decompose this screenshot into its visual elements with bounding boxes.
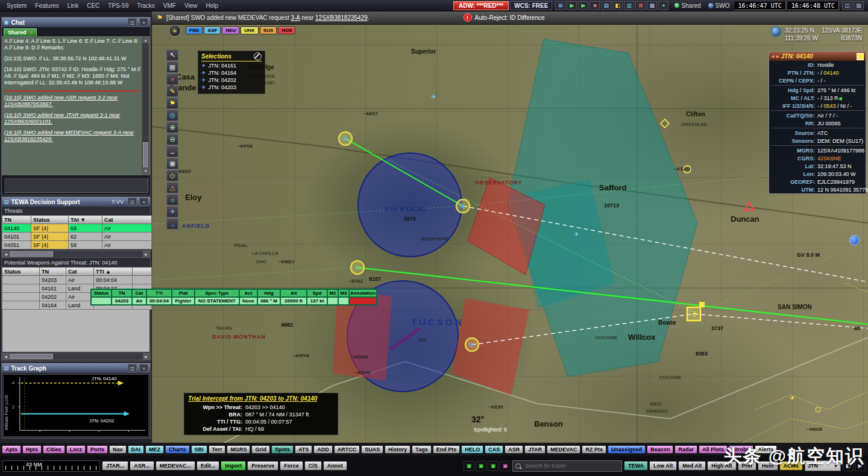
altitude-graph-plot[interactable]: 4 2 JTN: 04140 JTN: 04202 Altitude Feet …	[3, 374, 149, 437]
track-dot[interactable]	[816, 407, 820, 412]
menubar-status-icon[interactable]: ▦	[647, 1, 657, 10]
layer-toggle-button[interactable]: DAI	[128, 445, 145, 454]
chat-scrollbar[interactable]: ▲ ▼	[142, 37, 149, 175]
display-icon-button[interactable]: ▣	[476, 461, 486, 471]
layer-toggle-button[interactable]: RZ Pts	[582, 445, 606, 454]
cell-cat[interactable]: Air	[66, 293, 94, 301]
popup-data-row[interactable]: 04203 Air 00:04:04 Fighter NO STATEMENT …	[91, 297, 377, 305]
menubar-status-icon[interactable]: ▥	[624, 1, 634, 10]
column-header[interactable]: TN	[40, 268, 66, 276]
scroll-left-icon[interactable]: ◀	[2, 353, 9, 360]
layer-toggle-button[interactable]: SBI	[191, 445, 207, 454]
unknown-track-diamond[interactable]	[661, 119, 669, 128]
action-button[interactable]: ASR...	[130, 461, 154, 471]
cell-cat[interactable]: Land	[66, 284, 94, 293]
display-icon-button[interactable]: ▣	[500, 461, 511, 471]
layer-toggle-button[interactable]: ASR	[505, 445, 523, 454]
action-button[interactable]: Edit...	[197, 461, 220, 471]
classify-button[interactable]: UNK	[241, 27, 258, 34]
cell-status[interactable]	[2, 284, 40, 293]
layer-toggle-button[interactable]: Unassigned	[608, 445, 646, 454]
scroll-right-icon[interactable]: ▶	[143, 353, 149, 360]
track-symbol-04203[interactable]: ✈	[351, 261, 364, 274]
cell-cat[interactable]: Air	[102, 233, 152, 241]
layer-toggle-button[interactable]: JTAR	[524, 445, 546, 454]
filter-toggle-button[interactable]: TEWA	[624, 461, 648, 471]
cell-status[interactable]	[2, 301, 40, 310]
cell-tn[interactable]: 04101	[2, 233, 31, 241]
scroll-thumb[interactable]	[143, 142, 148, 168]
layer-toggle-button[interactable]: MEDEVAC	[547, 445, 580, 454]
menu-item[interactable]: TPS-59	[104, 2, 133, 10]
classify-button[interactable]: FND	[186, 27, 203, 34]
layer-toggle-button[interactable]: MGRS	[227, 445, 250, 454]
range-scale-ruler[interactable]: 43 NM	[2, 460, 100, 472]
pin-icon[interactable]: ◫	[128, 18, 137, 27]
unknown-track-circle[interactable]	[684, 166, 691, 173]
cell-cat[interactable]: Air	[66, 276, 94, 284]
map-tool-button[interactable]: ▦	[166, 61, 178, 73]
close-icon[interactable]: ×	[139, 198, 148, 206]
action-button[interactable]: Annot	[323, 461, 347, 471]
action-button[interactable]: JTAR...	[102, 461, 128, 471]
display-icon-button[interactable]: ▣	[464, 461, 474, 471]
cell-tn[interactable]: 04203	[40, 276, 66, 284]
map-tool-button[interactable]: ×	[166, 74, 178, 85]
cell-tti[interactable]: 00:04:04	[94, 276, 133, 284]
layer-toggle-button[interactable]: Terr	[209, 445, 226, 454]
mgrs-link[interactable]: 12SXB3818235429	[315, 14, 368, 21]
swo-role-chip[interactable]: SWO	[705, 2, 733, 9]
column-header[interactable]: Status	[2, 268, 40, 276]
scroll-thumb[interactable]	[10, 354, 53, 359]
map-globe-button[interactable]	[849, 235, 860, 245]
cell-status[interactable]: SF (4)	[31, 224, 69, 233]
cell-tai[interactable]: 62	[69, 233, 102, 241]
menubar-status-icon[interactable]: ■	[590, 1, 600, 10]
chat-tab-shared[interactable]: Shared ×	[4, 28, 37, 36]
layer-toggle-button[interactable]: Cities	[43, 445, 65, 454]
cell-status[interactable]	[2, 276, 40, 284]
close-icon[interactable]: ×	[139, 364, 148, 372]
menubar-tail-icon[interactable]: ▤	[854, 1, 864, 10]
action-button[interactable]: MEDEVAC...	[156, 461, 195, 471]
layer-toggle-button[interactable]: Beacon	[647, 445, 674, 454]
layer-toggle-button[interactable]: ARTCC	[334, 445, 360, 454]
layer-toggle-button[interactable]: SUAS	[361, 445, 383, 454]
map-tool-button[interactable]: ▣	[166, 158, 178, 169]
cell-tn[interactable]: 04202	[40, 293, 66, 301]
menu-item[interactable]: Help	[201, 2, 222, 10]
classify-button[interactable]: ASF	[204, 27, 221, 34]
filter-toggle-button[interactable]: Low Alt	[649, 461, 677, 471]
menubar-status-icon[interactable]: ▶	[567, 1, 577, 10]
menu-item[interactable]: System	[2, 2, 31, 10]
next-track-icon[interactable]: ▶	[776, 54, 779, 59]
layer-toggle-button[interactable]: End Pts	[433, 445, 461, 454]
menubar-status-icon[interactable]: ⊠	[635, 1, 646, 10]
menubar-tail-icon[interactable]: ◫	[842, 1, 852, 10]
map-tool-button[interactable]: ⊕	[166, 122, 178, 133]
layer-toggle-button[interactable]: Nav	[109, 445, 127, 454]
classify-button[interactable]: HOS	[278, 27, 295, 34]
clear-selection-icon[interactable]	[254, 52, 262, 60]
action-button[interactable]: Preserve	[247, 461, 278, 471]
filter-toggle-button[interactable]: Med Alt	[678, 461, 706, 471]
map-tool-button[interactable]: →	[166, 218, 178, 230]
action-button[interactable]: C/S	[304, 461, 322, 471]
compass-icon[interactable]: +	[169, 25, 181, 37]
layer-toggle-button[interactable]: ATS	[295, 445, 312, 454]
table-row[interactable]: 04051 SF (4) 58 Air	[2, 241, 152, 249]
tewa-title-bar[interactable]: ▤ TEWA Decision Support T-VV ◫ ×	[2, 197, 150, 207]
threats-hscrollbar[interactable]: ◀ ▶	[2, 250, 150, 258]
classify-button[interactable]: SUS	[260, 27, 277, 34]
column-header[interactable]: TTI ▲	[94, 268, 133, 276]
pin-icon[interactable]: ◫	[128, 364, 137, 372]
cell-tn[interactable]: 04161	[40, 284, 66, 293]
layer-toggle-button[interactable]: Apts	[2, 445, 21, 454]
track-search-box[interactable]	[512, 460, 622, 472]
cell-status[interactable]: SF (4)	[31, 241, 69, 249]
cell-status[interactable]: SF (4)	[31, 233, 69, 241]
cell-tn[interactable]: 04140	[2, 224, 31, 233]
cell-tn[interactable]: 04051	[2, 241, 31, 249]
display-icon-button[interactable]: ▣	[488, 461, 498, 471]
cell-tn[interactable]: 04164	[40, 301, 66, 310]
